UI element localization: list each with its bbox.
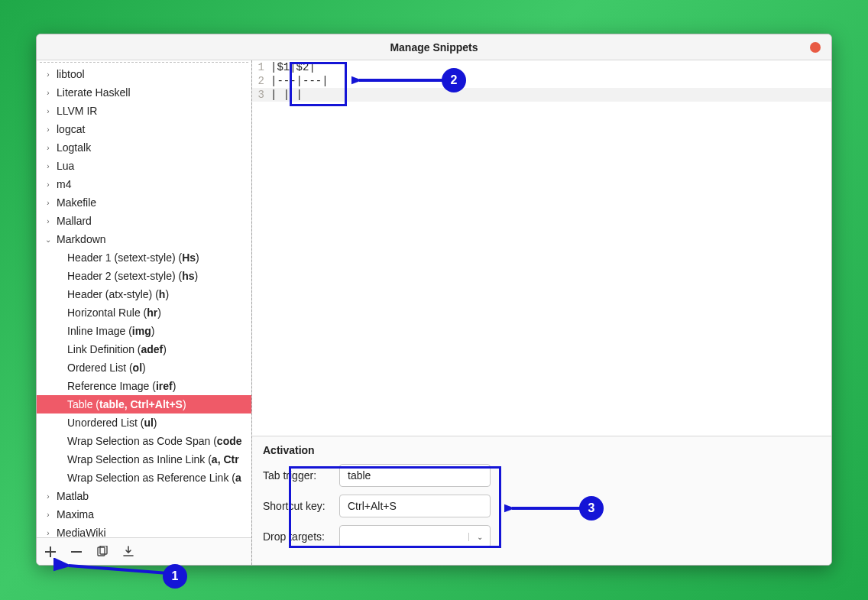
annotation-badge-3: 3 bbox=[579, 496, 604, 521]
tree-item[interactable]: Unordered List (ul) bbox=[37, 414, 251, 432]
activation-heading: Activation bbox=[263, 444, 821, 456]
snippet-editor-panel: 1|$1|$2| 2|---|---| 3| | | Activation Ta… bbox=[252, 60, 831, 565]
chevron-right-icon: › bbox=[43, 144, 53, 152]
tree-item[interactable]: Link Definition (adef) bbox=[37, 340, 251, 358]
svg-rect-0 bbox=[71, 551, 82, 553]
chevron-right-icon: › bbox=[43, 492, 53, 501]
line-number: 1 bbox=[252, 60, 269, 74]
tree-item[interactable]: Wrap Selection as Inline Link (a, Ctr bbox=[37, 450, 251, 469]
chevron-down-icon: ⌄ bbox=[468, 533, 490, 541]
tree-item-markdown[interactable]: ⌄Markdown bbox=[37, 230, 251, 248]
tree-item[interactable]: Horizontal Rule (hr) bbox=[37, 303, 251, 322]
tree-item-table[interactable]: Table (table, Ctrl+Alt+S) bbox=[37, 395, 251, 414]
snippet-code-editor[interactable]: 1|$1|$2| 2|---|---| 3| | | bbox=[252, 60, 831, 436]
tree-item[interactable]: ›Literate Haskell bbox=[37, 83, 251, 102]
plus-icon bbox=[45, 546, 56, 557]
tree-item[interactable]: ›MediaWiki bbox=[37, 524, 251, 537]
tree-item[interactable]: Ordered List (ol) bbox=[37, 358, 251, 377]
tab-trigger-label: Tab trigger: bbox=[263, 469, 339, 482]
tree-item[interactable]: Reference Image (iref) bbox=[37, 377, 251, 395]
window-title: Manage Snippets bbox=[390, 41, 478, 54]
tree-item[interactable]: ›libtool bbox=[37, 65, 251, 83]
chevron-right-icon: › bbox=[43, 162, 53, 170]
annotation-badge-2: 2 bbox=[442, 68, 466, 92]
tree-item[interactable]: Header 2 (setext-style) (hs) bbox=[37, 267, 251, 285]
shortcut-key-label: Shortcut key: bbox=[263, 500, 339, 512]
chevron-right-icon: › bbox=[43, 529, 53, 537]
code-line: | | | bbox=[269, 88, 303, 102]
close-icon[interactable] bbox=[810, 42, 821, 53]
drag-handle[interactable] bbox=[40, 60, 248, 63]
tree-item[interactable]: Wrap Selection as Reference Link (a bbox=[37, 469, 251, 487]
tree-item[interactable]: Inline Image (img) bbox=[37, 322, 251, 340]
tab-trigger-input[interactable]: table bbox=[339, 464, 491, 487]
snippets-window: Manage Snippets ›libtool ›Literate Haske… bbox=[36, 34, 832, 566]
titlebar: Manage Snippets bbox=[37, 34, 831, 60]
line-number: 2 bbox=[252, 74, 269, 88]
tree-item[interactable]: ›LLVM IR bbox=[37, 102, 251, 120]
chevron-right-icon: › bbox=[43, 125, 53, 134]
annotation-badge-1: 1 bbox=[163, 564, 187, 589]
remove-button[interactable] bbox=[69, 544, 84, 559]
chevron-right-icon: › bbox=[43, 107, 53, 115]
tree-item[interactable]: Wrap Selection as Code Span (code bbox=[37, 432, 251, 450]
chevron-right-icon: › bbox=[43, 180, 53, 189]
shortcut-key-input[interactable]: Ctrl+Alt+S bbox=[339, 495, 491, 517]
snippets-tree-panel: ›libtool ›Literate Haskell ›LLVM IR ›log… bbox=[37, 60, 252, 565]
chevron-right-icon: › bbox=[43, 199, 53, 207]
snippets-tree[interactable]: ›libtool ›Literate Haskell ›LLVM IR ›log… bbox=[37, 63, 251, 537]
chevron-right-icon: › bbox=[43, 70, 53, 79]
copy-icon bbox=[96, 546, 108, 558]
drop-targets-label: Drop targets: bbox=[263, 530, 339, 543]
import-button[interactable] bbox=[121, 544, 136, 559]
copy-button[interactable] bbox=[95, 544, 110, 559]
minus-icon bbox=[71, 546, 82, 557]
annotation-arrow-1 bbox=[53, 558, 176, 589]
tree-item[interactable]: ›Maxima bbox=[37, 505, 251, 524]
code-line: |$1|$2| bbox=[269, 60, 316, 74]
chevron-down-icon: ⌄ bbox=[43, 235, 53, 244]
chevron-right-icon: › bbox=[43, 217, 53, 225]
drop-targets-combo[interactable]: ⌄ bbox=[339, 525, 491, 548]
tree-item[interactable]: Header 1 (setext-style) (Hs) bbox=[37, 248, 251, 267]
tree-item[interactable]: ›m4 bbox=[37, 175, 251, 193]
tree-item[interactable]: ›Matlab bbox=[37, 487, 251, 505]
tree-item[interactable]: ›Mallard bbox=[37, 212, 251, 230]
import-icon bbox=[122, 546, 134, 558]
tree-item[interactable]: ›Lua bbox=[37, 157, 251, 175]
tree-item[interactable]: Header (atx-style) (h) bbox=[37, 285, 251, 303]
code-line: |---|---| bbox=[269, 74, 329, 88]
svg-line-3 bbox=[69, 566, 168, 573]
line-number: 3 bbox=[252, 88, 269, 102]
add-button[interactable] bbox=[43, 544, 58, 559]
tree-item[interactable]: ›Makefile bbox=[37, 193, 251, 212]
tree-item[interactable]: ›Logtalk bbox=[37, 138, 251, 157]
chevron-right-icon: › bbox=[43, 511, 53, 519]
chevron-right-icon: › bbox=[43, 89, 53, 97]
tree-item[interactable]: ›logcat bbox=[37, 120, 251, 138]
